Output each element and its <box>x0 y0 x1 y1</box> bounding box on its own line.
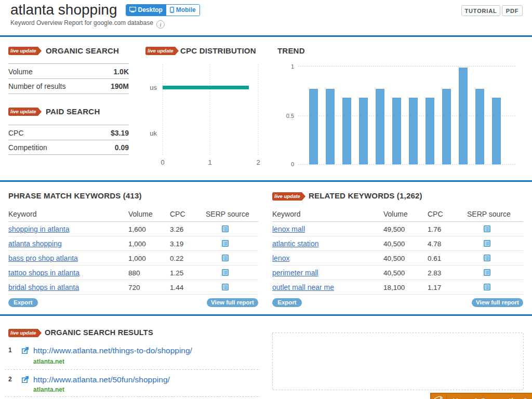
svg-text:0: 0 <box>161 158 164 166</box>
svg-text:0.5: 0.5 <box>286 113 294 119</box>
svg-text:1: 1 <box>208 158 211 166</box>
svg-text:0: 0 <box>291 161 294 167</box>
svg-text:2: 2 <box>256 158 260 166</box>
svg-text:uk: uk <box>150 129 157 137</box>
svg-text:us: us <box>150 84 157 91</box>
svg-text:1: 1 <box>291 63 294 70</box>
